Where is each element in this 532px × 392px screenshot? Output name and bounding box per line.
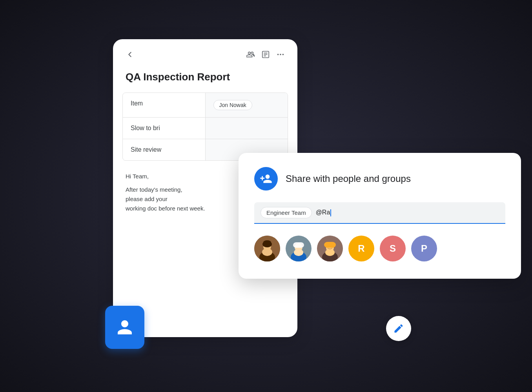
svg-point-6 (282, 54, 284, 55)
svg-rect-22 (324, 242, 336, 248)
doc-header (113, 39, 297, 68)
avatar-person-2[interactable] (286, 236, 312, 261)
scene: QA Inspection Report Item Jon Nowak Slow… (89, 27, 443, 365)
edit-icon (393, 323, 404, 334)
avatar-r[interactable]: R (348, 236, 374, 261)
person-add-icon (260, 172, 272, 185)
person-photo-3 (317, 236, 343, 261)
table-cell-site: Site review (123, 139, 205, 160)
share-title: Share with people and groups (286, 173, 411, 184)
table-cell-slow: Slow to bri (123, 118, 205, 139)
table-row: Slow to bri (123, 118, 288, 139)
svg-point-14 (262, 248, 272, 256)
svg-rect-17 (293, 242, 304, 248)
table-cell-item: Item (123, 93, 205, 117)
more-options-icon[interactable] (276, 50, 285, 61)
engineer-team-chip[interactable]: Engineer Team (261, 207, 312, 218)
doc-table: Item Jon Nowak Slow to bri Site review (122, 93, 288, 161)
share-icon-circle (254, 167, 278, 191)
avatar-person-3[interactable] (317, 236, 343, 261)
avatar-person-1[interactable] (254, 236, 280, 261)
back-button[interactable] (126, 50, 134, 61)
share-header: Share with people and groups (254, 167, 505, 191)
add-person-icon[interactable] (246, 50, 255, 61)
cursor (330, 209, 331, 216)
avatar-p[interactable]: P (411, 236, 437, 261)
avatar-row: R S P (254, 233, 505, 263)
table-cell-slow-right (205, 118, 288, 139)
fab-edit-button[interactable] (386, 316, 411, 341)
header-icons (246, 50, 285, 61)
table-cell-jon: Jon Nowak (205, 93, 288, 117)
doc-title: QA Inspection Report (113, 68, 297, 93)
avatar-s[interactable]: S (380, 236, 406, 261)
svg-point-4 (277, 54, 279, 55)
share-dialog: Share with people and groups Engineer Te… (239, 153, 521, 279)
svg-point-19 (294, 249, 303, 256)
blue-card (105, 306, 144, 349)
share-input-area[interactable]: Engineer Team @Ra (254, 202, 505, 224)
notes-icon[interactable] (261, 50, 270, 61)
person-photo-2 (286, 236, 312, 261)
share-input[interactable]: @Ra (316, 209, 332, 216)
svg-point-12 (263, 240, 271, 244)
svg-point-5 (280, 54, 281, 55)
person-icon (114, 317, 135, 338)
jon-nowak-badge: Jon Nowak (213, 100, 252, 110)
svg-point-24 (325, 249, 335, 256)
table-row: Item Jon Nowak (123, 93, 288, 118)
person-photo-1 (254, 236, 280, 261)
